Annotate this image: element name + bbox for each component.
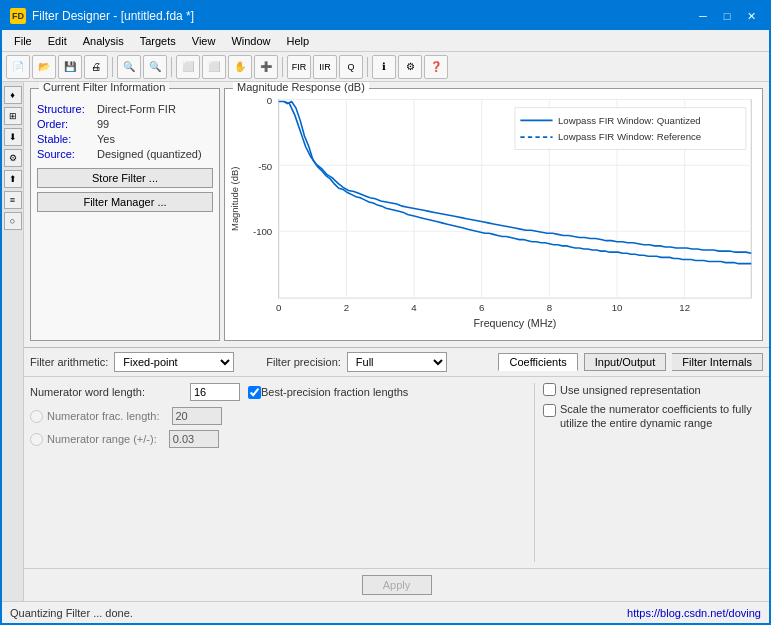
- side-icons: ♦ ⊞ ⬇ ⚙ ⬆ ≡ ○: [2, 82, 24, 601]
- order-value: 99: [97, 118, 109, 130]
- filter-structure-row: Structure: Direct-Form FIR: [37, 103, 213, 115]
- bottom-left-form: Numerator word length: Best-precision fr…: [30, 383, 526, 562]
- status-right: https://blog.csdn.net/doving: [627, 607, 761, 619]
- toolbar-open[interactable]: 📂: [32, 55, 56, 79]
- svg-text:0: 0: [267, 95, 272, 106]
- numerator-frac-length-row: Numerator frac. length:: [30, 407, 526, 425]
- menu-window[interactable]: Window: [223, 33, 278, 49]
- side-icon-1[interactable]: ♦: [4, 86, 22, 104]
- toolbar-datatip[interactable]: ➕: [254, 55, 278, 79]
- separator-2: [171, 57, 172, 77]
- toolbar-info[interactable]: ℹ: [372, 55, 396, 79]
- menu-bar: File Edit Analysis Targets View Window H…: [2, 30, 769, 52]
- toolbar-pan[interactable]: ✋: [228, 55, 252, 79]
- side-icon-6[interactable]: ≡: [4, 191, 22, 209]
- side-icon-7[interactable]: ○: [4, 212, 22, 230]
- structure-label: Structure:: [37, 103, 97, 115]
- svg-text:10: 10: [612, 302, 623, 313]
- numerator-frac-radio[interactable]: [30, 410, 43, 423]
- scale-numerator-row: Scale the numerator coefficients to full…: [543, 402, 763, 431]
- menu-view[interactable]: View: [184, 33, 224, 49]
- toolbar-quant[interactable]: Q: [339, 55, 363, 79]
- bottom-right-panel: Use unsigned representation Scale the nu…: [543, 383, 763, 562]
- separator-1: [112, 57, 113, 77]
- use-unsigned-checkbox[interactable]: [543, 383, 556, 396]
- restore-button[interactable]: □: [717, 7, 737, 25]
- filter-arithmetic-label: Filter arithmetic:: [30, 356, 108, 368]
- svg-text:0: 0: [276, 302, 281, 313]
- use-unsigned-label: Use unsigned representation: [560, 384, 701, 396]
- store-filter-button[interactable]: Store Filter ...: [37, 168, 213, 188]
- tab-filter-internals[interactable]: Filter Internals: [672, 353, 763, 371]
- toolbar-zoom-region[interactable]: ⬜: [202, 55, 226, 79]
- toolbar-iir[interactable]: IIR: [313, 55, 337, 79]
- toolbar-help[interactable]: ❓: [424, 55, 448, 79]
- bottom-content: Numerator word length: Best-precision fr…: [24, 377, 769, 568]
- filter-info-content: Structure: Direct-Form FIR Order: 99 Sta…: [37, 103, 213, 160]
- side-icon-3[interactable]: ⬇: [4, 128, 22, 146]
- filter-precision-label: Filter precision:: [266, 356, 341, 368]
- numerator-range-label: Numerator range (+/-):: [47, 433, 157, 445]
- bottom-section: Filter arithmetic: Fixed-point Floating-…: [24, 347, 769, 601]
- numerator-word-length-row: Numerator word length: Best-precision fr…: [30, 383, 526, 401]
- window-title: Filter Designer - [untitled.fda *]: [32, 9, 194, 23]
- menu-analysis[interactable]: Analysis: [75, 33, 132, 49]
- menu-help[interactable]: Help: [279, 33, 318, 49]
- svg-text:6: 6: [479, 302, 484, 313]
- toolbar-settings[interactable]: ⚙: [398, 55, 422, 79]
- svg-text:12: 12: [679, 302, 690, 313]
- title-bar: FD Filter Designer - [untitled.fda *] ─ …: [2, 2, 769, 30]
- svg-text:-50: -50: [258, 161, 272, 172]
- chart-panel: Magnitude Response (dB): [224, 88, 763, 341]
- main-window: FD Filter Designer - [untitled.fda *] ─ …: [0, 0, 771, 625]
- side-icon-4[interactable]: ⚙: [4, 149, 22, 167]
- separator-3: [282, 57, 283, 77]
- svg-text:8: 8: [547, 302, 552, 313]
- minimize-button[interactable]: ─: [693, 7, 713, 25]
- menu-edit[interactable]: Edit: [40, 33, 75, 49]
- numerator-word-length-input[interactable]: [190, 383, 240, 401]
- magnitude-chart: 0 -50 -100 0 2 4 6 8 10 12 Magnitude (dB…: [225, 89, 762, 340]
- side-icon-5[interactable]: ⬆: [4, 170, 22, 188]
- svg-text:Frequency (MHz): Frequency (MHz): [474, 318, 557, 330]
- toolbar-zoom-out[interactable]: 🔍: [143, 55, 167, 79]
- numerator-frac-input[interactable]: [172, 407, 222, 425]
- menu-file[interactable]: File: [6, 33, 40, 49]
- filter-info-title: Current Filter Information: [39, 82, 169, 93]
- toolbar: 📄 📂 💾 🖨 🔍 🔍 ⬜ ⬜ ✋ ➕ FIR IIR Q ℹ ⚙ ❓: [2, 52, 769, 82]
- toolbar-select[interactable]: ⬜: [176, 55, 200, 79]
- source-value: Designed (quantized): [97, 148, 202, 160]
- toolbar-zoom-in[interactable]: 🔍: [117, 55, 141, 79]
- apply-button[interactable]: Apply: [362, 575, 432, 595]
- status-left: Quantizing Filter ... done.: [10, 607, 133, 619]
- best-precision-checkbox[interactable]: [248, 386, 261, 399]
- scale-numerator-checkbox[interactable]: [543, 404, 556, 417]
- bottom-controls-row: Filter arithmetic: Fixed-point Floating-…: [24, 348, 769, 377]
- filter-info-panel: Current Filter Information Structure: Di…: [30, 88, 220, 341]
- structure-value: Direct-Form FIR: [97, 103, 176, 115]
- filter-precision-select[interactable]: Full Custom: [347, 352, 447, 372]
- toolbar-new[interactable]: 📄: [6, 55, 30, 79]
- tab-coefficients[interactable]: Coefficients: [498, 353, 577, 371]
- numerator-range-radio[interactable]: [30, 433, 43, 446]
- best-precision-label: Best-precision fraction lengths: [261, 386, 408, 398]
- close-button[interactable]: ✕: [741, 7, 761, 25]
- filter-manager-button[interactable]: Filter Manager ...: [37, 192, 213, 212]
- side-icon-2[interactable]: ⊞: [4, 107, 22, 125]
- vertical-divider: [534, 383, 535, 562]
- svg-text:Lowpass FIR Window: Reference: Lowpass FIR Window: Reference: [558, 131, 701, 142]
- toolbar-save[interactable]: 💾: [58, 55, 82, 79]
- filter-stable-row: Stable: Yes: [37, 133, 213, 145]
- svg-text:4: 4: [411, 302, 417, 313]
- svg-text:Lowpass FIR Window: Quantized: Lowpass FIR Window: Quantized: [558, 115, 701, 126]
- filter-arithmetic-select[interactable]: Fixed-point Floating-point: [114, 352, 234, 372]
- tab-input-output[interactable]: Input/Output: [584, 353, 667, 371]
- numerator-range-input[interactable]: [169, 430, 219, 448]
- menu-targets[interactable]: Targets: [132, 33, 184, 49]
- separator-4: [367, 57, 368, 77]
- toolbar-fir[interactable]: FIR: [287, 55, 311, 79]
- title-bar-left: FD Filter Designer - [untitled.fda *]: [10, 8, 194, 24]
- source-label: Source:: [37, 148, 97, 160]
- numerator-frac-label: Numerator frac. length:: [47, 410, 160, 422]
- toolbar-print[interactable]: 🖨: [84, 55, 108, 79]
